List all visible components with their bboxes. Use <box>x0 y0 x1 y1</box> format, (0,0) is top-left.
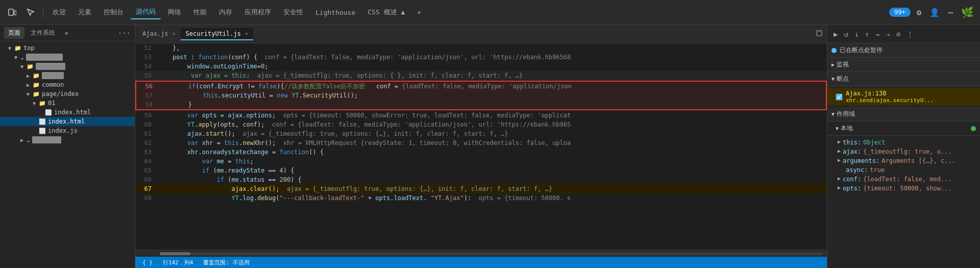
settings-icon[interactable]: ⚙ <box>915 6 924 19</box>
tab-welcome[interactable]: 欢迎 <box>47 6 71 19</box>
tab-performance[interactable]: 性能 <box>188 6 212 19</box>
sidebar-tab-page[interactable]: 页面 <box>4 27 24 39</box>
sidebar-expand-icon[interactable]: » <box>61 28 71 38</box>
more-icon[interactable]: ⋯ <box>946 6 955 19</box>
ajax-tab-label: Ajax.js <box>142 30 168 37</box>
tree-item-sub2[interactable]: ▶ 📁 ██████ <box>0 71 135 80</box>
status-brace: { } <box>139 259 156 266</box>
step-into-btn[interactable]: ↓ <box>852 29 861 39</box>
breakpoints-content: Ajax.js:138 xhr.send(ajax.securityU... <box>827 86 980 107</box>
deactivate-btn[interactable]: ⇢ <box>884 29 892 39</box>
svg-rect-1 <box>14 11 16 15</box>
resume-btn[interactable]: ▶ <box>831 29 840 39</box>
bp-checkbox-0[interactable] <box>836 93 843 101</box>
debugger-toolbar: ▶ ↺ ↓ ↑ → ⇢ ⊘ ⋮ <box>827 25 980 43</box>
top-toolbar: 欢迎 元素 控制台 源代码 网络 性能 内存 应用程序 安全性 Lighthou… <box>0 0 980 25</box>
tab-application[interactable]: 应用程序 <box>239 6 276 19</box>
tab-elements[interactable]: 元素 <box>73 6 96 19</box>
watch-label: 监视 <box>837 60 849 69</box>
scope-arrow: ▼ <box>831 111 835 117</box>
scope-ajax-key: ajax: <box>843 148 861 155</box>
tree-item-index-js[interactable]: ▶ ⬜ index.js <box>0 126 135 135</box>
toolbar-right: 99+ ⚙ 👤 ⋯ 🌿 <box>889 4 976 20</box>
section-breakpoints-header[interactable]: ▼ 断点 <box>827 72 980 86</box>
bp-label-header: 断点 <box>837 75 849 83</box>
scope-conf-val: {loadText: false, med... <box>863 176 951 183</box>
file-tree: ▼ 📁 top ▼ ☁ ██████████ ▼ 📁 ████████ ▶ 📁 … <box>0 41 135 268</box>
no-pause-btn[interactable]: ⊘ <box>894 29 902 39</box>
breakpoint-item-0[interactable]: Ajax.js:138 xhr.send(ajax.securityU... <box>827 88 980 105</box>
tree-item-cloud1[interactable]: ▼ ☁ ██████████ <box>0 53 135 62</box>
notification-badge[interactable]: 99+ <box>889 8 911 17</box>
code-tab-bar: Ajax.js ✕ SecurityUtil.js ✕ <box>135 25 827 43</box>
bp-desc-label: xhr.send(ajax.securityU... <box>846 97 934 104</box>
tree-item-page-index[interactable]: ▼ 📁 page/index <box>0 89 135 99</box>
bp-arrow: ▼ <box>831 76 835 82</box>
svg-rect-0 <box>9 9 13 15</box>
tab-lighthouse[interactable]: Lighthouse <box>310 7 360 18</box>
user-icon[interactable]: 👤 <box>927 6 942 19</box>
step-out-btn[interactable]: ↑ <box>863 29 871 39</box>
right-panel: ▶ ↺ ↓ ↑ → ⇢ ⊘ ⋮ 已在断点处暂停 ▶ 监视 ▼ 断点 <box>827 25 980 268</box>
step-over-btn[interactable]: ↺ <box>842 29 850 39</box>
tree-item-top[interactable]: ▼ 📁 top <box>0 43 135 53</box>
security-tab-close[interactable]: ✕ <box>245 31 248 36</box>
code-line-57: 57 this.securityUtil = new YT.SecurityUt… <box>136 91 826 100</box>
section-local-header[interactable]: ▼ 本地 <box>827 121 980 136</box>
tab-css[interactable]: CSS 概述 ▲ <box>362 6 410 19</box>
code-tab-ajax[interactable]: Ajax.js ✕ <box>137 28 181 40</box>
tab-sources[interactable]: 源代码 <box>131 5 161 19</box>
scope-arguments[interactable]: ▶ arguments: Arguments [{…}, c... <box>827 156 980 165</box>
sidebar-tab-bar: 页面 文件系统 » ··· <box>0 25 135 41</box>
tab-add[interactable]: + <box>412 7 426 18</box>
scope-async: async: true <box>827 165 980 175</box>
code-line-66: 66 if (me.status == 200) { <box>135 175 827 184</box>
code-panel: Ajax.js ✕ SecurityUtil.js ✕ 52 }, <box>135 25 827 268</box>
tab-dock-icon[interactable] <box>814 28 825 40</box>
scope-args-val: Arguments [{…}, c... <box>881 157 955 164</box>
code-tab-security[interactable]: SecurityUtil.js ✕ <box>181 28 253 40</box>
tree-item-01[interactable]: ▼ 📁 01 <box>0 99 135 108</box>
tree-item-01-index-html[interactable]: ▶ ⬜ index.html <box>0 108 135 117</box>
tree-item-common[interactable]: ▶ 📁 common <box>0 80 135 89</box>
divider <box>43 7 43 17</box>
code-content[interactable]: 52 }, 53 post : function(conf) { conf = … <box>135 43 827 250</box>
tab-security[interactable]: 安全性 <box>278 6 308 19</box>
scope-this-key: this: <box>843 139 861 146</box>
code-line-55: 55 var ajax = this; ajax = {_timeoutflg:… <box>135 71 827 80</box>
code-line-52: 52 }, <box>135 43 827 53</box>
tree-item-sub1[interactable]: ▼ 📁 ████████ <box>0 62 135 71</box>
device-toggle-icon[interactable] <box>4 4 20 20</box>
step-btn[interactable]: → <box>873 29 881 39</box>
code-line-58: 58 } <box>136 100 826 109</box>
scope-ajax-val: {_timeoutflg: true, o... <box>863 148 951 155</box>
section-paused-header[interactable]: 已在断点处暂停 <box>827 43 980 58</box>
scope-ajax[interactable]: ▶ ajax: {_timeoutflg: true, o... <box>827 147 980 156</box>
tree-item-index-html[interactable]: ▶ ⬜ index.html <box>0 117 135 126</box>
horizontal-scrollbar[interactable] <box>135 250 827 257</box>
ajax-tab-close[interactable]: ✕ <box>173 31 176 36</box>
close-icon[interactable]: 🌿 <box>959 4 976 20</box>
scope-label: 作用域 <box>837 110 855 118</box>
local-scope-content: ▶ this: Object ▶ ajax: {_timeoutflg: tru… <box>827 136 980 195</box>
code-line-62: 62 var xhr = this.newXhr(); xhr = XMLHtt… <box>135 138 827 148</box>
section-watch-header[interactable]: ▶ 监视 <box>827 58 980 72</box>
scope-conf-key: conf: <box>843 176 861 183</box>
scope-opts[interactable]: ▶ opts: {timeout: 50000, show... <box>827 184 980 193</box>
more-debugger-btn[interactable]: ⋮ <box>904 29 916 39</box>
inspect-icon[interactable] <box>22 4 39 20</box>
section-scope-header[interactable]: ▼ 作用域 <box>827 107 980 121</box>
tab-network[interactable]: 网络 <box>163 6 186 19</box>
sidebar: 页面 文件系统 » ··· ▼ 📁 top ▼ ☁ ██████████ ▼ 📁… <box>0 25 135 268</box>
scope-this[interactable]: ▶ this: Object <box>827 138 980 147</box>
tab-console[interactable]: 控制台 <box>99 6 129 19</box>
scope-conf[interactable]: ▶ conf: {loadText: false, med... <box>827 175 980 184</box>
bp-file-label: Ajax.js:138 <box>846 90 934 97</box>
scope-opts-val: {timeout: 50000, show... <box>863 185 951 192</box>
tree-item-cloud2[interactable]: ▶ ☁ ████████ <box>0 135 135 144</box>
tab-memory[interactable]: 内存 <box>214 6 237 19</box>
code-line-54: 54 window.outLoginTime=0; <box>135 62 827 71</box>
sidebar-tab-filesystem[interactable]: 文件系统 <box>27 27 59 39</box>
sidebar-more-btn[interactable]: ··· <box>118 29 131 37</box>
code-line-56: 56 if(conf.Encrypt != false){//该参数配置fals… <box>136 82 826 91</box>
